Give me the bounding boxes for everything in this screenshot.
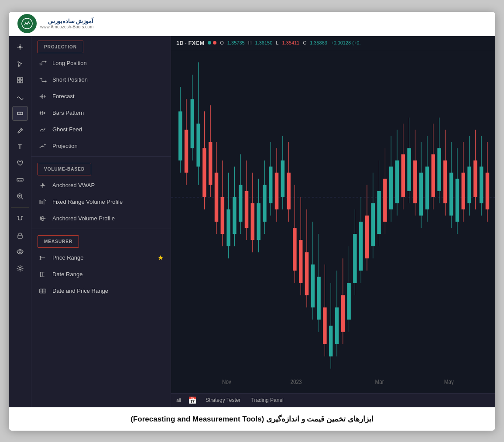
forecast-icon: [38, 92, 47, 101]
svg-point-25: [19, 250, 21, 253]
svg-rect-171: [462, 172, 465, 209]
anchored-volume-label: Anchored Volume Profile: [52, 215, 115, 222]
date-price-range-label: Date and Price Range: [52, 288, 108, 294]
svg-marker-30: [45, 60, 47, 62]
svg-rect-93: [226, 209, 230, 246]
low-value: 1.35411: [282, 40, 299, 45]
calendar-icon[interactable]: 📅: [188, 396, 197, 404]
heart-tool[interactable]: [12, 156, 28, 171]
svg-rect-153: [407, 148, 411, 191]
svg-line-19: [21, 198, 23, 199]
long-position-icon: [38, 59, 47, 68]
svg-rect-161: [432, 154, 435, 197]
short-position-icon: [38, 75, 47, 84]
svg-rect-179: [486, 172, 489, 209]
svg-rect-8: [21, 78, 23, 80]
chart-section: T: [9, 36, 495, 407]
sep1: [31, 156, 171, 157]
svg-rect-151: [401, 154, 405, 197]
crosshair-tool[interactable]: [12, 40, 28, 55]
open-value: 1.35735: [227, 40, 245, 45]
zoom-tool[interactable]: [12, 189, 28, 204]
forecast-label: Forecast: [52, 93, 75, 99]
magnet-tool[interactable]: [12, 211, 28, 226]
left-toolbar: T: [9, 36, 31, 407]
wave-tool[interactable]: [12, 89, 28, 104]
open-label: O: [220, 40, 224, 45]
projection-item[interactable]: Projection: [31, 138, 171, 154]
svg-line-6: [19, 65, 21, 67]
svg-rect-145: [383, 178, 387, 221]
ghost-feed-icon: [38, 125, 47, 134]
sep2: [31, 229, 171, 229]
grid-tool[interactable]: [12, 73, 28, 88]
svg-text:Mar: Mar: [375, 378, 384, 385]
anchored-volume-item[interactable]: Anchored Volume Profile: [31, 210, 171, 227]
bars-pattern-label: Bars Pattern: [52, 110, 84, 116]
svg-rect-129: [335, 307, 339, 344]
date-price-range-item[interactable]: Date and Price Range: [31, 283, 171, 299]
main-content: T: [9, 36, 495, 407]
high-value: 1.36150: [255, 40, 273, 45]
close-label: C: [303, 40, 306, 45]
fixed-range-item[interactable]: Fixed Range Volume Profile: [31, 194, 171, 210]
svg-rect-111: [281, 160, 285, 197]
volume-based-header: VOLUME-BASED: [38, 163, 91, 175]
svg-rect-95: [233, 197, 236, 233]
svg-rect-143: [377, 191, 381, 233]
svg-rect-127: [329, 326, 333, 356]
bars-pattern-item[interactable]: Bars Pattern: [31, 105, 171, 121]
svg-rect-97: [239, 185, 242, 221]
high-label: H: [248, 40, 252, 45]
anchored-vwap-item[interactable]: Anchored VWAP: [31, 177, 171, 194]
trading-panel-tab[interactable]: Trading Panel: [250, 397, 285, 403]
cursor-tool[interactable]: [12, 56, 28, 71]
svg-rect-165: [443, 160, 447, 203]
eye-tool[interactable]: [12, 244, 28, 259]
long-position-item[interactable]: Long Position: [31, 55, 171, 72]
svg-marker-50: [45, 144, 46, 145]
timeframe-all[interactable]: all: [176, 397, 181, 403]
settings-tool[interactable]: [12, 261, 28, 276]
text-tool[interactable]: T: [12, 139, 28, 154]
price-range-item[interactable]: Price Range ★: [31, 250, 171, 266]
logo-url: www.Amoozesh-Boors.com: [40, 24, 93, 29]
pencil-tool[interactable]: [12, 123, 28, 137]
svg-text:May: May: [444, 378, 454, 385]
price-range-label: Price Range: [52, 254, 84, 261]
svg-rect-91: [221, 197, 224, 233]
price-range-icon: [38, 254, 47, 262]
svg-rect-137: [359, 222, 363, 271]
ruler-tool[interactable]: [12, 172, 28, 187]
tools-dropdown: PROJECTION Long Position: [31, 36, 171, 407]
bottom-bar: all 📅 Strategy Tester Trading Panel: [171, 393, 495, 407]
date-range-label: Date Range: [52, 271, 82, 278]
svg-rect-159: [425, 166, 429, 209]
svg-rect-7: [17, 78, 20, 80]
svg-rect-117: [299, 240, 302, 283]
strategy-tester-tab[interactable]: Strategy Tester: [204, 397, 242, 403]
lock-tool[interactable]: [12, 228, 28, 243]
svg-rect-177: [480, 166, 483, 203]
anchored-vwap-label: Anchored VWAP: [52, 182, 95, 188]
live-dot-red: [213, 41, 216, 45]
svg-text:2023: 2023: [291, 378, 302, 385]
low-label: L: [276, 40, 278, 45]
svg-rect-77: [178, 111, 182, 160]
chart-symbol: 1D · FXCM: [176, 40, 204, 46]
svg-rect-85: [202, 148, 206, 197]
forecast-item[interactable]: Forecast: [31, 88, 171, 105]
chart-header: 1D · FXCM O 1.35735 H 1.36150 L 1.35411 …: [171, 36, 495, 50]
logo-bar: آموزش ساده‌بورس www.Amoozesh-Boors.com: [9, 12, 495, 36]
ghost-feed-item[interactable]: Ghost Feed: [31, 121, 171, 138]
ghost-feed-label: Ghost Feed: [52, 126, 82, 133]
svg-rect-123: [317, 277, 320, 319]
date-range-item[interactable]: Date Range: [31, 266, 171, 283]
short-position-item[interactable]: Short Position: [31, 72, 171, 88]
date-range-icon: [38, 270, 47, 279]
projection-label: Projection: [52, 143, 78, 149]
chart-svg: Nov 2023 Mar May: [171, 50, 495, 393]
measure-tool[interactable]: [12, 106, 28, 121]
svg-rect-169: [456, 178, 459, 221]
svg-rect-79: [185, 130, 188, 172]
